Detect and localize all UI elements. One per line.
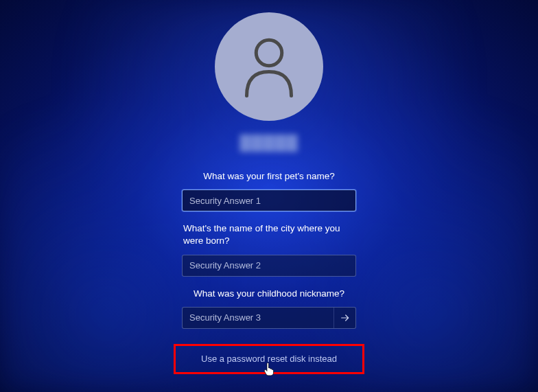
- security-answer-3-input[interactable]: [182, 307, 356, 329]
- answer-2-wrap: [182, 255, 356, 277]
- answer-3-wrap: [182, 307, 356, 329]
- answer-1-wrap: [182, 189, 356, 211]
- arrow-right-icon: [340, 312, 351, 323]
- password-reset-disk-link[interactable]: Use a password reset disk instead: [201, 354, 337, 364]
- username-label: ▓▓▓▓▓: [239, 133, 298, 151]
- user-avatar: [215, 12, 323, 121]
- security-question-2: What's the name of the city where you we…: [182, 222, 356, 247]
- login-recovery-panel: ▓▓▓▓▓ What was your first pet's name? Wh…: [0, 0, 538, 374]
- security-answer-1-input[interactable]: [182, 189, 356, 211]
- submit-button[interactable]: [334, 308, 355, 328]
- security-question-3: What was your childhood nickname?: [194, 288, 344, 300]
- security-question-1: What was your first pet's name?: [203, 170, 335, 183]
- security-answer-2-input[interactable]: [182, 255, 356, 277]
- person-icon: [242, 36, 296, 97]
- svg-point-0: [256, 40, 282, 66]
- reset-disk-highlight-box: Use a password reset disk instead: [174, 344, 364, 374]
